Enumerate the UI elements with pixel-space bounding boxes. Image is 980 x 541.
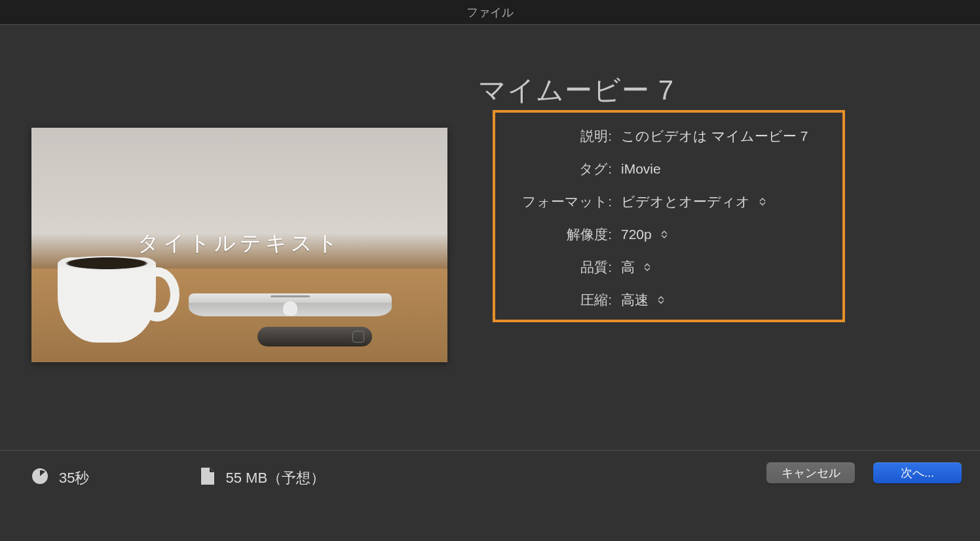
button-bar: キャンセル 次へ... [766,462,962,483]
movie-title: マイムービー 7 [478,72,674,109]
label-resolution: 解像度: [508,225,613,244]
window-titlebar: ファイル [0,0,980,25]
format-dropdown[interactable]: ビデオとオーディオ [613,193,766,211]
preview-laptop [189,293,392,316]
quality-dropdown[interactable]: 高 [613,258,650,276]
window-title: ファイル [466,5,514,20]
label-quality: 品質: [508,258,613,276]
filesize-info: 55 MB（予想） [200,467,325,489]
label-description: 説明: [508,127,613,145]
compression-dropdown[interactable]: 高速 [613,291,664,309]
cancel-button[interactable]: キャンセル [766,462,855,483]
preview-phone [257,327,372,346]
duration-info: 35秒 [31,468,89,489]
video-preview-thumbnail: タイトルテキスト [31,128,447,362]
footer-info: 35秒 55 MB（予想） [31,467,325,489]
value-tag[interactable]: iMovie [613,161,661,177]
duration-text: 35秒 [59,468,89,488]
document-icon [200,467,215,489]
preview-laptop-logo [283,301,297,316]
export-settings-box: 説明: このビデオは マイムービー 7 タグ: iMovie フォーマット: ビ… [493,110,845,322]
format-value: ビデオとオーディオ [621,193,750,211]
description-text: このビデオは マイムービー 7 [621,127,808,145]
updown-icon [660,231,668,238]
resolution-value: 720p [621,227,652,242]
row-resolution: 解像度: 720p [508,225,829,244]
tag-text: iMovie [621,161,661,177]
preview-overlay-text: タイトルテキスト [31,229,447,258]
label-compression: 圧縮: [508,291,613,309]
footer-separator [0,450,980,451]
row-compression: 圧縮: 高速 [508,291,829,309]
row-quality: 品質: 高 [508,258,829,276]
label-tag: タグ: [508,160,613,178]
clock-icon [31,468,48,489]
export-dialog-content: タイトルテキスト マイムービー 7 説明: このビデオは マイムービー 7 タグ… [0,25,980,496]
updown-icon [643,263,650,271]
compression-value: 高速 [621,291,649,309]
row-format: フォーマット: ビデオとオーディオ [508,193,829,211]
label-format: フォーマット: [508,193,613,211]
updown-icon [656,296,664,304]
value-description[interactable]: このビデオは マイムービー 7 [613,127,808,145]
row-tag: タグ: iMovie [508,160,829,178]
filesize-text: 55 MB（予想） [225,468,325,488]
preview-cup [58,257,156,343]
updown-icon [758,198,766,206]
next-button[interactable]: 次へ... [873,462,962,483]
quality-value: 高 [621,258,635,276]
row-description: 説明: このビデオは マイムービー 7 [508,127,829,145]
resolution-dropdown[interactable]: 720p [613,227,668,242]
